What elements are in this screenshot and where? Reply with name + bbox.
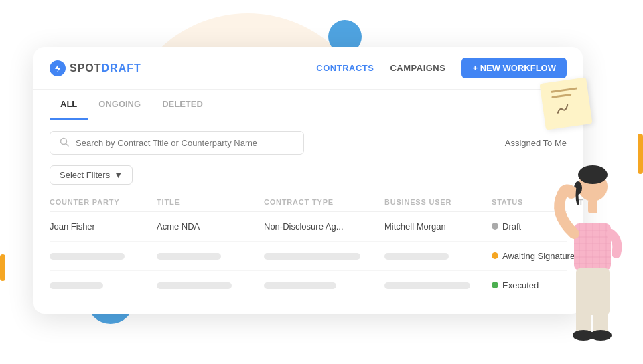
col-header-business-user: BUSINESS USER: [384, 198, 492, 206]
select-filters-button[interactable]: Select Filters ▼: [50, 165, 133, 185]
col-header-title: TITLE: [157, 198, 264, 206]
skeleton-bar: [157, 282, 232, 289]
skeleton-bar: [50, 253, 125, 260]
cell-business-user: Mitchell Morgan: [384, 221, 492, 232]
skeleton-bar: [264, 253, 360, 260]
skeleton-bar: [157, 253, 221, 260]
skeleton-bar: [384, 253, 449, 260]
table-container: COUNTER PARTY TITLE CONTRACT TYPE BUSINE…: [33, 193, 583, 314]
skeleton-bar: [384, 282, 470, 289]
svg-rect-15: [588, 200, 597, 213]
tab-all[interactable]: ALL: [50, 90, 88, 120]
assigned-to-me-label[interactable]: Assigned To Me: [505, 138, 567, 148]
logo-icon: [50, 60, 66, 76]
search-icon: [60, 137, 69, 149]
select-filters-label: Select Filters: [60, 170, 110, 180]
filter-row: Select Filters ▼: [33, 160, 583, 193]
tab-ongoing[interactable]: ONGOING: [88, 90, 151, 120]
svg-point-21: [566, 188, 577, 199]
person-svg: [532, 160, 633, 347]
table-row[interactable]: Joan Fisher Acme NDA Non-Disclosure Ag..…: [50, 212, 567, 242]
search-svg: [60, 137, 69, 147]
col-header-counter-party: COUNTER PARTY: [50, 198, 157, 206]
svg-line-23: [66, 144, 69, 147]
search-box: [50, 131, 304, 155]
status-dot-draft: [492, 223, 498, 230]
tabs-bar: ALL ONGOING DELETED: [33, 90, 583, 120]
filters-row: Assigned To Me: [33, 120, 583, 160]
lightning-icon: [53, 64, 62, 73]
search-input[interactable]: [76, 138, 294, 148]
card-header: SPOTDRAFT CONTRACTS CAMPAIGNS + NEW WORK…: [33, 47, 583, 90]
chevron-down-icon: ▼: [114, 170, 123, 180]
nav-links: CONTRACTS CAMPAIGNS + NEW WORKFLOW: [316, 58, 567, 78]
table-row-skeleton-2: Executed: [50, 271, 567, 300]
svg-rect-18: [593, 294, 608, 334]
col-header-contract-type: CONTRACT TYPE: [264, 198, 384, 206]
sticky-note-decoration: [539, 77, 592, 130]
cell-title: Acme NDA: [157, 221, 264, 232]
bg-bar-orange-left: [0, 254, 5, 281]
logo-spot: SPOT: [70, 62, 102, 74]
svg-point-1: [578, 165, 608, 184]
new-workflow-button[interactable]: + NEW WORKFLOW: [461, 58, 567, 78]
skeleton-bar: [264, 282, 336, 289]
sticky-line-2: [551, 94, 571, 98]
status-executed-label: Executed: [492, 280, 539, 290]
sticky-line-1: [551, 87, 577, 93]
sticky-signature-icon: [552, 99, 573, 120]
logo: SPOTDRAFT: [50, 60, 141, 76]
table-header: COUNTER PARTY TITLE CONTRACT TYPE BUSINE…: [50, 193, 567, 212]
svg-point-20: [590, 330, 612, 341]
status-dot-executed: [492, 282, 498, 288]
table-row-skeleton-1: Awaiting Signature: [50, 242, 567, 271]
tab-deleted[interactable]: DELETED: [151, 90, 214, 120]
nav-campaigns[interactable]: CAMPAIGNS: [390, 63, 445, 73]
svg-rect-17: [576, 294, 591, 334]
skeleton-bar: [50, 282, 103, 289]
logo-text: SPOTDRAFT: [70, 62, 141, 74]
nav-contracts[interactable]: CONTRACTS: [316, 63, 374, 73]
main-card: SPOTDRAFT CONTRACTS CAMPAIGNS + NEW WORK…: [33, 47, 583, 314]
status-dot-awaiting: [492, 252, 498, 259]
logo-draft: DRAFT: [102, 62, 141, 74]
person-illustration: [532, 160, 633, 347]
cell-counter-party: Joan Fisher: [50, 221, 157, 232]
cell-contract-type: Non-Disclosure Ag...: [264, 221, 384, 232]
bg-bar-orange-right: [638, 134, 643, 174]
